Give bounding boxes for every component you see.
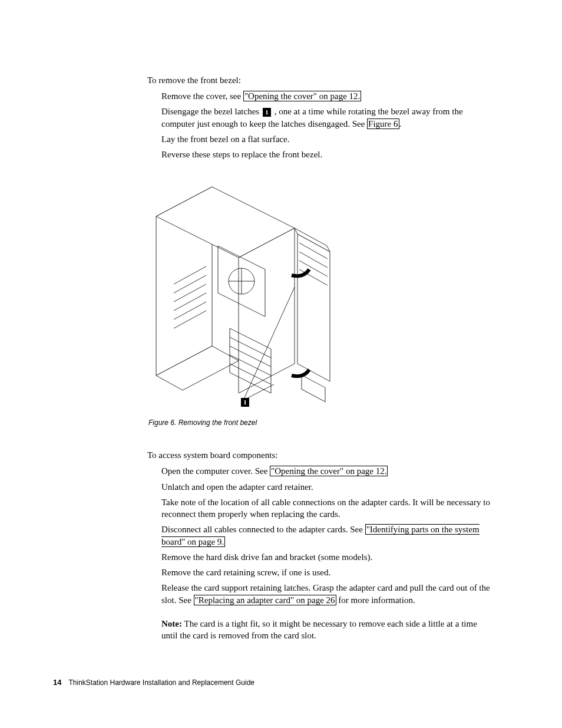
step-text: Unlatch and open the adapter card retain… bbox=[161, 482, 313, 492]
callout-1-icon: 1 bbox=[263, 108, 271, 117]
step-text: Disengage the bezel latches bbox=[161, 107, 262, 116]
step-item: Release the card support retaining latch… bbox=[161, 582, 495, 606]
step-text: Lay the front bezel on a flat surface. bbox=[161, 134, 289, 144]
figure-image: 1 bbox=[147, 181, 336, 408]
step-item: Remove the card retaining screw, if one … bbox=[161, 566, 495, 578]
step-text: Remove the cover, see bbox=[161, 91, 243, 101]
step-item: Unlatch and open the adapter card retain… bbox=[161, 481, 495, 493]
step-item: Take note of the location of all cable c… bbox=[161, 496, 495, 521]
step-item: Open the computer cover. See "Opening th… bbox=[161, 465, 495, 477]
link-replacing-adapter[interactable]: "Replacing an adapter card" on page 26 bbox=[194, 595, 336, 605]
step-text: Take note of the location of all cable c… bbox=[161, 498, 490, 519]
step-text: Reverse these steps to replace the front… bbox=[161, 150, 322, 159]
note-text: The card is a tight fit, so it might be … bbox=[161, 619, 477, 640]
link-opening-cover-2[interactable]: "Opening the cover" on page 12. bbox=[270, 466, 388, 476]
step-text: Remove the hard disk drive fan and brack… bbox=[161, 552, 372, 562]
step-item: Remove the hard disk drive fan and brack… bbox=[161, 551, 495, 563]
step-text: Open the computer cover. See bbox=[161, 466, 270, 476]
page-content: To remove the front bezel: Remove the co… bbox=[147, 75, 495, 641]
section2-intro: To access system board components: bbox=[147, 450, 495, 460]
step-item: Reverse these steps to replace the front… bbox=[161, 149, 495, 160]
link-opening-cover[interactable]: "Opening the cover" on page 12. bbox=[243, 91, 361, 101]
note: Note: The card is a tight fit, so it mig… bbox=[147, 618, 495, 642]
svg-rect-10 bbox=[302, 375, 325, 402]
step-text: Disconnect all cables connected to the a… bbox=[161, 525, 365, 534]
page-number: 14 bbox=[53, 678, 61, 687]
svg-marker-4 bbox=[297, 234, 330, 381]
step-text: . bbox=[399, 119, 402, 129]
section1-intro: To remove the front bezel: bbox=[147, 75, 495, 85]
section2: To access system board components: Open … bbox=[147, 450, 495, 641]
figure-caption: Figure 6. Removing the front bezel bbox=[148, 419, 495, 427]
figure-6: 1 Figure 6. Removing the front bezel bbox=[147, 181, 495, 427]
step-item: Lay the front bezel on a flat surface. bbox=[161, 133, 495, 145]
page-footer: 14ThinkStation Hardware Installation and… bbox=[53, 678, 254, 687]
step-item: Disconnect all cables connected to the a… bbox=[161, 523, 495, 548]
link-figure-6[interactable]: Figure 6 bbox=[367, 118, 399, 129]
note-label: Note: bbox=[161, 619, 182, 628]
step-item: Remove the cover, see "Opening the cover… bbox=[161, 90, 495, 102]
section1-steps: Remove the cover, see "Opening the cover… bbox=[147, 90, 495, 160]
step-text: Remove the card retaining screw, if one … bbox=[161, 568, 330, 577]
computer-tower-illustration-icon bbox=[147, 181, 336, 408]
section2-steps: Open the computer cover. See "Opening th… bbox=[147, 465, 495, 606]
footer-title: ThinkStation Hardware Installation and R… bbox=[68, 678, 254, 687]
step-text: for more information. bbox=[336, 595, 415, 605]
step-item: Disengage the bezel latches 1 , one at a… bbox=[161, 106, 495, 130]
figure-callout-1-icon: 1 bbox=[241, 398, 249, 407]
